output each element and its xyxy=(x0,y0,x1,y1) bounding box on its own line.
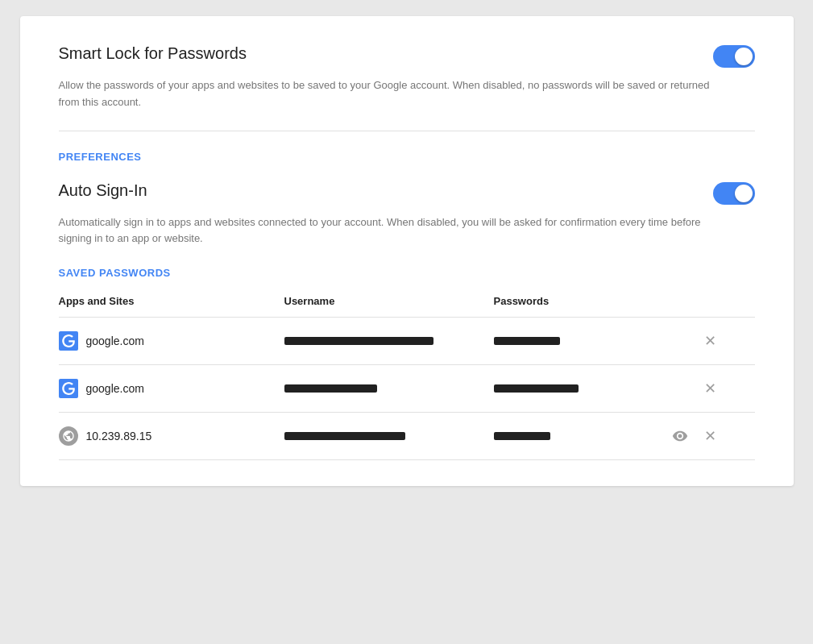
site-name-3: 10.239.89.15 xyxy=(86,430,152,442)
smartlock-row: Smart Lock for Passwords xyxy=(59,42,755,68)
header-password: Passwords xyxy=(494,295,671,307)
table-header: Apps and Sites Username Passwords xyxy=(59,295,755,318)
site-cell-3: 10.239.89.15 xyxy=(59,426,284,446)
username-redacted-1 xyxy=(284,337,433,345)
autosignin-slider xyxy=(713,182,755,205)
password-cell-1 xyxy=(494,337,671,345)
smartlock-slider xyxy=(713,45,755,68)
password-redacted-3 xyxy=(494,432,550,440)
action-cell-3: ✕ xyxy=(671,424,720,448)
password-redacted-2 xyxy=(494,384,579,393)
table-row: google.com ✕ xyxy=(59,318,755,365)
site-cell-1: google.com xyxy=(59,331,284,351)
smartlock-toggle-wrap[interactable] xyxy=(713,45,755,68)
autosignin-toggle-wrap[interactable] xyxy=(713,182,755,205)
username-cell-1 xyxy=(284,337,494,345)
username-cell-3 xyxy=(284,432,494,440)
password-redacted-1 xyxy=(494,337,560,345)
smartlock-toggle[interactable] xyxy=(713,45,755,68)
username-redacted-2 xyxy=(284,384,377,393)
autosignin-title: Auto Sign-In xyxy=(59,179,147,202)
header-username: Username xyxy=(284,295,494,307)
table-row: 10.239.89.15 ✕ xyxy=(59,413,755,460)
autosignin-row: Auto Sign-In xyxy=(59,179,755,205)
header-actions xyxy=(671,295,720,307)
divider-1 xyxy=(59,131,755,131)
globe-icon-1 xyxy=(59,426,78,446)
main-card: Smart Lock for Passwords Allow the passw… xyxy=(20,16,794,486)
google-icon-1 xyxy=(59,331,78,351)
site-cell-2: google.com xyxy=(59,379,284,398)
site-name-2: google.com xyxy=(86,382,144,395)
username-redacted-3 xyxy=(284,432,405,440)
username-cell-2 xyxy=(284,384,494,393)
header-site: Apps and Sites xyxy=(59,295,284,307)
smartlock-description: Allow the passwords of your apps and web… xyxy=(59,77,720,111)
action-cell-2: ✕ xyxy=(671,376,720,401)
table-row: google.com ✕ xyxy=(59,365,755,413)
password-cell-3 xyxy=(494,432,671,440)
delete-button-2[interactable]: ✕ xyxy=(701,376,720,401)
delete-button-3[interactable]: ✕ xyxy=(701,424,720,448)
smartlock-title: Smart Lock for Passwords xyxy=(59,42,247,64)
saved-passwords-label: Saved Passwords xyxy=(59,267,755,279)
password-cell-2 xyxy=(494,384,671,393)
preferences-label: Preferences xyxy=(59,151,755,163)
reveal-password-button-3[interactable] xyxy=(669,425,691,447)
delete-button-1[interactable]: ✕ xyxy=(701,329,720,353)
action-cell-1: ✕ xyxy=(671,329,720,353)
autosignin-description: Automatically sign in to apps and websit… xyxy=(59,214,720,248)
passwords-table: Apps and Sites Username Passwords google… xyxy=(59,295,755,460)
autosignin-toggle[interactable] xyxy=(713,182,755,205)
site-name-1: google.com xyxy=(86,334,144,347)
google-icon-2 xyxy=(59,379,78,398)
